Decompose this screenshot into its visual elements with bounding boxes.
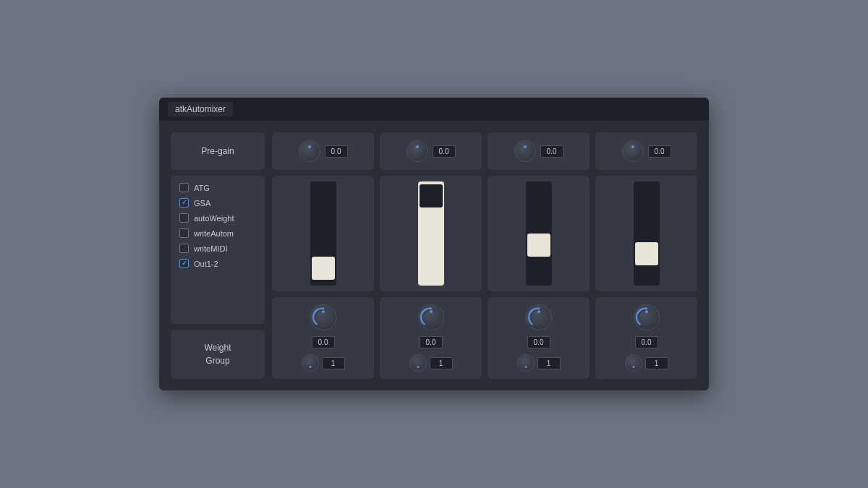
fader-cell-1	[272, 176, 374, 291]
fader-track-1[interactable]	[310, 181, 336, 286]
group-label: Group	[205, 356, 229, 366]
group-knob-2[interactable]	[409, 354, 427, 372]
pregain-value-1[interactable]: 0.0	[325, 145, 348, 158]
pregain-knob-4[interactable]	[622, 140, 644, 162]
checkboxes-panel: ATG ✓ GSA autoWeight writeAutom	[171, 176, 265, 324]
bottom-cell-2: 0.0 1	[380, 297, 482, 379]
weight-knob-3[interactable]	[526, 304, 552, 330]
fader-handle-4[interactable]	[635, 242, 658, 265]
fader-track-3[interactable]	[526, 181, 552, 286]
knob-arc-4	[634, 305, 659, 330]
weight-knob-container-3	[526, 304, 552, 330]
group-knob-1[interactable]	[302, 354, 319, 372]
fader-cell-3	[488, 176, 590, 291]
group-knob-container-2: 1	[409, 354, 453, 372]
weight-knob-container-2	[418, 304, 444, 330]
pregain-ch4: 0.0	[595, 132, 697, 170]
pregain-knob-1[interactable]	[299, 140, 320, 162]
checkbox-atg[interactable]: ATG	[179, 183, 256, 192]
checkbox-gsa[interactable]: ✓ GSA	[179, 198, 256, 207]
group-value-4[interactable]: 1	[645, 357, 668, 369]
title-bar: atkAutomixer	[159, 98, 709, 121]
knob-arc-3	[527, 305, 551, 330]
app-title: atkAutomixer	[168, 102, 233, 116]
group-value-1[interactable]: 1	[322, 357, 345, 369]
weight-knob-4[interactable]	[634, 304, 660, 330]
fader-track-4[interactable]	[634, 181, 660, 286]
fader-handle-3[interactable]	[527, 234, 550, 257]
pregain-knob-dot-3	[524, 145, 527, 148]
group-knob-container-3: 1	[517, 354, 561, 372]
group-value-3[interactable]: 1	[537, 357, 561, 369]
group-knob-container-4: 1	[625, 354, 668, 372]
weight-value-3[interactable]: 0.0	[527, 336, 550, 348]
group-value-2[interactable]: 1	[430, 357, 453, 369]
pregain-ch1: 0.0	[272, 132, 374, 170]
weight-value-4[interactable]: 0.0	[635, 336, 658, 348]
bottom-row: 0.0 1	[272, 297, 697, 379]
checkbox-out12[interactable]: ✓ Out1-2	[179, 259, 256, 268]
fader-handle-2[interactable]	[420, 184, 443, 207]
fader-handle-1[interactable]	[312, 257, 335, 280]
cb-writemidi-box[interactable]	[179, 244, 189, 253]
group-knob-4[interactable]	[625, 354, 642, 372]
bottom-cell-1: 0.0 1	[272, 297, 374, 379]
pregain-value-2[interactable]: 0.0	[433, 145, 456, 158]
checkbox-writeautom[interactable]: writeAutom	[179, 228, 256, 238]
weight-knob-container-4	[634, 304, 660, 330]
group-knob-3[interactable]	[517, 354, 535, 372]
weight-value-2[interactable]: 0.0	[420, 336, 443, 348]
weight-knob-1[interactable]	[310, 304, 336, 330]
group-knob-container-1: 1	[302, 354, 345, 372]
checkbox-writemidi[interactable]: writeMIDI	[179, 244, 256, 253]
app-window: atkAutomixer Pre-gain ATG ✓ GSA	[159, 98, 709, 390]
fader-cell-4	[595, 176, 697, 291]
faders-row	[272, 176, 697, 291]
bottom-cell-3: 0.0 1	[488, 297, 590, 379]
pregain-ch2: 0.0	[380, 132, 482, 170]
knob-arc-2	[419, 305, 443, 330]
pregain-knob-dot-4	[631, 145, 634, 148]
weight-knob-container-1	[310, 304, 336, 330]
pregain-row: 0.0 0.0 0.0	[272, 132, 697, 170]
weight-knob-2[interactable]	[418, 304, 444, 330]
weight-value-1[interactable]: 0.0	[312, 336, 335, 348]
bottom-cell-4: 0.0 1	[595, 297, 697, 379]
cb-autoweight-box[interactable]	[179, 213, 189, 223]
weight-group-panel: Weight Group	[171, 330, 265, 379]
pregain-value-4[interactable]: 0.0	[648, 145, 671, 158]
pregain-knob-3[interactable]	[514, 140, 536, 162]
pregain-knob-dot-2	[416, 145, 419, 148]
pregain-knob-dot-1	[308, 145, 311, 148]
cb-atg-box[interactable]	[179, 183, 189, 192]
main-content: Pre-gain ATG ✓ GSA autoWeight	[159, 121, 709, 390]
pregain-ch3: 0.0	[488, 132, 590, 170]
pregain-knob-2[interactable]	[407, 140, 428, 162]
cb-gsa-box[interactable]: ✓	[179, 198, 189, 207]
weight-label: Weight	[204, 343, 231, 353]
cb-writeautom-box[interactable]	[179, 228, 189, 238]
knob-arc-1	[311, 305, 336, 330]
checkbox-autoweight[interactable]: autoWeight	[179, 213, 256, 223]
fader-track-2[interactable]	[418, 181, 444, 286]
pregain-label: Pre-gain	[171, 132, 265, 170]
pregain-value-3[interactable]: 0.0	[540, 145, 563, 158]
channels-area: 0.0 0.0 0.0	[272, 132, 697, 379]
cb-out12-box[interactable]: ✓	[179, 259, 189, 268]
left-panel: Pre-gain ATG ✓ GSA autoWeight	[171, 132, 265, 379]
fader-cell-2	[380, 176, 482, 291]
